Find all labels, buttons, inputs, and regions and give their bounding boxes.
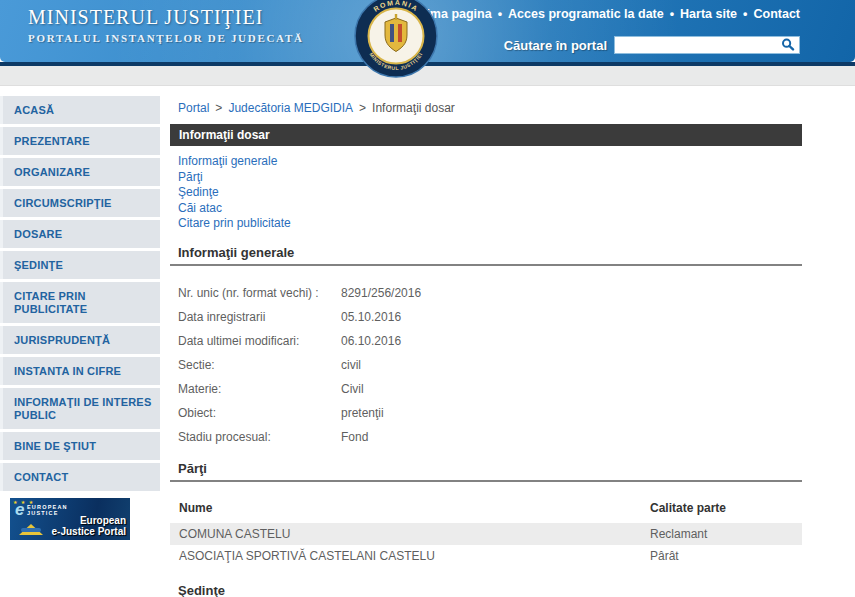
link-acces-programatic[interactable]: Acces programatic la date xyxy=(508,7,664,21)
field-value: 06.10.2016 xyxy=(341,334,401,348)
field-row-obiect: Obiect:pretenţii xyxy=(178,406,802,430)
field-row-stadiu-procesual: Stadiu procesual:Fond xyxy=(178,430,802,454)
field-label: Stadiu procesual: xyxy=(178,430,341,444)
breadcrumb: Portal>Judecătoria MEDGIDIA>Informaţii d… xyxy=(178,101,802,119)
field-label: Nr. unic (nr. format vechi) : xyxy=(178,286,341,300)
link-separator: • xyxy=(743,7,747,21)
parties-table: Nume Calitate parte COMUNA CASTELU Recla… xyxy=(170,495,802,567)
search-button[interactable] xyxy=(778,38,798,52)
search-label: Căutare în portal xyxy=(504,38,607,53)
section-sedinte: Şedinţe xyxy=(170,583,802,597)
section-heading-parti: Părţi xyxy=(170,461,802,482)
field-label: Materie: xyxy=(178,382,341,396)
field-value: Civil xyxy=(341,382,364,396)
field-row-materie: Materie:Civil xyxy=(178,382,802,406)
field-row-data-ultimei-modificari: Data ultimei modificari:06.10.2016 xyxy=(178,334,802,358)
field-value: pretenţii xyxy=(341,406,384,420)
search-box xyxy=(614,36,800,54)
ejustice-caption-line1: European xyxy=(52,515,126,526)
table-row: COMUNA CASTELU Reclamant xyxy=(170,523,802,545)
breadcrumb-separator: > xyxy=(215,101,222,115)
parties-table-header: Nume Calitate parte xyxy=(170,495,802,523)
link-contact[interactable]: Contact xyxy=(753,7,800,21)
page-title-bar: Informaţii dosar xyxy=(170,124,802,146)
content: Portal>Judecătoria MEDGIDIA>Informaţii d… xyxy=(170,96,802,597)
link-separator: • xyxy=(498,7,502,21)
scales-icon xyxy=(19,524,43,535)
field-label: Data ultimei modificari: xyxy=(178,334,341,348)
case-fields: Nr. unic (nr. format vechi) :8291/256/20… xyxy=(170,266,802,454)
ejustice-caption: European e-Justice Portal xyxy=(52,515,126,537)
section-informatii-generale: Informaţii generale Nr. unic (nr. format… xyxy=(170,245,802,454)
field-value: civil xyxy=(341,358,361,372)
ministry-logo-icon: ROMÂNIA MINISTERUL JUSTIŢIEI xyxy=(354,0,438,78)
site-subtitle: PORTALUL INSTANŢELOR DE JUDECATĂ xyxy=(28,32,304,44)
breadcrumb-current: Informaţii dosar xyxy=(372,101,455,115)
case-section-links: Informaţii generale Părţi Şedinţe Căi at… xyxy=(178,154,802,232)
section-parti: Părţi Nume Calitate parte COMUNA CASTELU… xyxy=(170,461,802,567)
sidebar-item-instanta-in-cifre[interactable]: INSTANTA IN CIFRE xyxy=(0,357,160,385)
page: MINISTERUL JUSTIŢIEI PORTALUL INSTANŢELO… xyxy=(0,0,855,597)
section-heading-sedinte: Şedinţe xyxy=(170,583,802,597)
search-icon xyxy=(781,38,795,51)
header-links: Prima pagina•Acces programatic la date•H… xyxy=(413,7,800,21)
sidebar-item-acasa[interactable]: ACASĂ xyxy=(0,96,160,124)
sidebar-item-bine-de-stiut[interactable]: BINE DE ŞTIUT xyxy=(0,432,160,460)
field-value: 8291/256/2016 xyxy=(341,286,421,300)
case-link-parti[interactable]: Părţi xyxy=(178,170,802,186)
case-link-citare-prin-publicitate[interactable]: Citare prin publicitate xyxy=(178,216,802,232)
sidebar: ACASĂ PREZENTARE ORGANIZARE CIRCUMSCRIPŢ… xyxy=(0,96,160,540)
field-value: 05.10.2016 xyxy=(341,310,401,324)
ejustice-caption-line2: e-Justice Portal xyxy=(52,526,126,537)
field-label: Sectie: xyxy=(178,358,341,372)
link-separator: • xyxy=(670,7,674,21)
sidebar-item-contact[interactable]: CONTACT xyxy=(0,463,160,491)
site-brand: MINISTERUL JUSTIŢIEI PORTALUL INSTANŢELO… xyxy=(28,6,304,44)
ejustice-banner[interactable]: ★ ★ ★ e EUROPEAN JUSTICE European e-Just… xyxy=(10,498,130,540)
sidebar-item-dosare[interactable]: DOSARE xyxy=(0,220,160,248)
sidebar-item-sedinte[interactable]: ŞEDINŢE xyxy=(0,251,160,279)
field-row-sectie: Sectie:civil xyxy=(178,358,802,382)
party-name: ASOCIAŢIA SPORTIVĂ CASTELANI CASTELU xyxy=(179,549,650,563)
breadcrumb-portal[interactable]: Portal xyxy=(178,101,209,115)
case-link-cai-atac[interactable]: Căi atac xyxy=(178,201,802,217)
case-link-sedinte[interactable]: Şedinţe xyxy=(178,185,802,201)
ejustice-e-icon: e xyxy=(15,500,24,520)
sidebar-item-prezentare[interactable]: PREZENTARE xyxy=(0,127,160,155)
field-label: Obiect: xyxy=(178,406,341,420)
sidebar-item-organizare[interactable]: ORGANIZARE xyxy=(0,158,160,186)
sidebar-item-jurisprudenta[interactable]: JURISPRUDENŢĂ xyxy=(0,326,160,354)
column-header-calitate-parte: Calitate parte xyxy=(650,501,802,515)
link-harta-site[interactable]: Harta site xyxy=(680,7,737,21)
site-title[interactable]: MINISTERUL JUSTIŢIEI xyxy=(28,6,304,29)
breadcrumb-court[interactable]: Judecătoria MEDGIDIA xyxy=(228,101,353,115)
party-role: Reclamant xyxy=(650,527,802,541)
column-header-nume: Nume xyxy=(179,501,650,515)
section-heading-general: Informaţii generale xyxy=(170,245,802,266)
search-input[interactable] xyxy=(617,38,775,52)
field-label: Data inregistrarii xyxy=(178,310,341,324)
field-row-nr-unic: Nr. unic (nr. format vechi) :8291/256/20… xyxy=(178,286,802,310)
party-role: Pârât xyxy=(650,549,802,563)
sidebar-item-citare-prin-publicitate[interactable]: CITARE PRIN PUBLICITATE xyxy=(0,282,160,323)
breadcrumb-separator: > xyxy=(359,101,366,115)
party-name: COMUNA CASTELU xyxy=(179,527,650,541)
field-value: Fond xyxy=(341,430,368,444)
sidebar-item-circumscriptie[interactable]: CIRCUMSCRIPŢIE xyxy=(0,189,160,217)
table-row: ASOCIAŢIA SPORTIVĂ CASTELANI CASTELU Pâr… xyxy=(170,545,802,567)
case-link-informatii-generale[interactable]: Informaţii generale xyxy=(178,154,802,170)
sidebar-item-informatii-de-interes-public[interactable]: INFORMAŢII DE INTERES PUBLIC xyxy=(0,388,160,429)
field-row-data-inregistrarii: Data inregistrarii05.10.2016 xyxy=(178,310,802,334)
